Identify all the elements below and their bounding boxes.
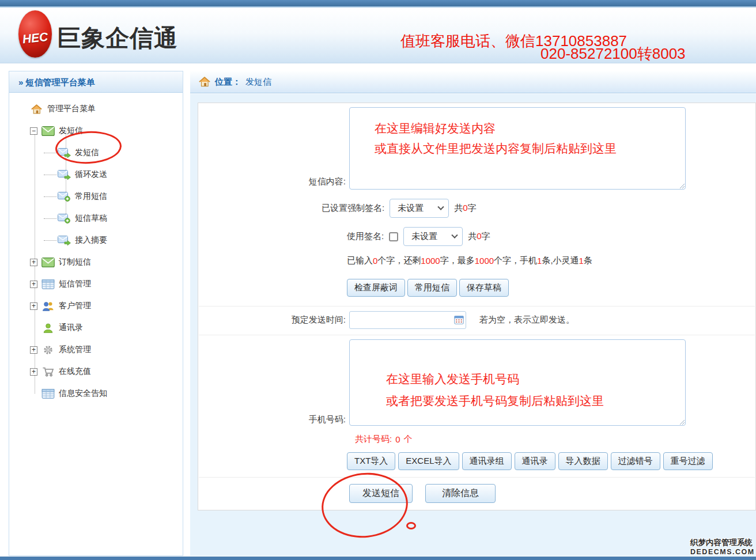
- import-过滤错号-button[interactable]: 过滤错号: [611, 452, 660, 470]
- bottom-bar: [0, 557, 756, 560]
- use-signature-row: 使用签名: 未设置 共0字: [347, 227, 490, 246]
- import-EXCEL导入-button[interactable]: EXCEL导入: [398, 452, 459, 470]
- collapse-icon[interactable]: −: [30, 127, 37, 135]
- brand-title: 巨象企信通: [57, 22, 178, 54]
- sms-content-wrap: [349, 107, 686, 190]
- phone-numbers-label: 手机号码:: [198, 414, 346, 425]
- import-TXT导入-button[interactable]: TXT导入: [347, 452, 395, 470]
- total-numbers-unit: 个: [404, 434, 413, 445]
- logo-text: HEC: [18, 29, 52, 47]
- users-icon: [41, 301, 55, 311]
- clear-info-button[interactable]: 清除信息: [425, 484, 496, 503]
- tool-buttons-row: 检查屏蔽词常用短信保存草稿: [347, 279, 509, 297]
- sidebar-item-1-发短信[interactable]: −发短信: [9, 120, 183, 142]
- sidebar-item-7-订制短信[interactable]: +订制短信: [9, 251, 183, 273]
- total-numbers-row: 共计号码: 0 个: [355, 434, 413, 445]
- calendar-icon[interactable]: [454, 315, 464, 324]
- breadcrumb: 位置： 发短信: [190, 71, 756, 93]
- divider: [199, 306, 755, 307]
- expand-icon[interactable]: +: [30, 346, 37, 354]
- forced-signature-count: 共0字: [454, 203, 476, 214]
- schedule-input[interactable]: [349, 311, 466, 329]
- divider: [199, 335, 755, 335]
- chevron-down-icon: [438, 203, 444, 210]
- sidebar-item-12-在线充值[interactable]: +在线充值: [9, 361, 183, 383]
- sidebar-item-label: 接入摘要: [75, 235, 107, 245]
- sidebar-item-label: 通讯录: [59, 323, 83, 333]
- import-通讯录组-button[interactable]: 通讯录组: [462, 452, 512, 470]
- expand-icon[interactable]: +: [30, 259, 37, 266]
- counter-number: 1: [537, 256, 542, 266]
- char-counter-text: 已输入0个字，还剩1000字，最多1000个字，手机1条,小灵通1条: [347, 255, 592, 266]
- top-bar: [0, 0, 756, 7]
- total-numbers-label: 共计号码:: [355, 434, 392, 445]
- sidebar-item-label: 短信草稿: [75, 213, 107, 224]
- sidebar-item-8-短信管理[interactable]: +短信管理: [9, 273, 183, 295]
- send-actions-row: 发送短信 清除信息: [349, 484, 496, 503]
- counter-number: 1000: [475, 256, 494, 266]
- tool-常用短信-button[interactable]: 常用短信: [407, 279, 457, 297]
- counter-text: 已输入: [347, 255, 373, 266]
- sidebar-item-label: 在线充值: [59, 366, 91, 377]
- mail-green-icon: [41, 258, 55, 267]
- sidebar-item-label: 循环发送: [75, 169, 107, 180]
- home-icon: [199, 77, 210, 87]
- schedule-hint: 若为空，表示立即发送。: [479, 315, 574, 326]
- app-window: HEC 巨象企信通 值班客服电话、微信13710853887 020-85272…: [0, 0, 756, 560]
- mail-plus-icon: [58, 192, 71, 202]
- counter-text: 条: [584, 255, 592, 266]
- sidebar-item-11-系统管理[interactable]: +系统管理: [9, 339, 183, 361]
- forced-signature-select[interactable]: 未设置: [390, 199, 449, 218]
- sidebar-item-label: 发短信: [59, 126, 83, 136]
- expand-icon[interactable]: +: [30, 302, 37, 310]
- tool-检查屏蔽词-button[interactable]: 检查屏蔽词: [347, 279, 405, 297]
- use-signature-checkbox[interactable]: [389, 232, 398, 241]
- sidebar-item-label: 客户管理: [59, 301, 91, 311]
- counter-number: 1000: [421, 256, 440, 266]
- sidebar-item-2-发短信[interactable]: 发短信: [9, 142, 183, 164]
- sidebar-item-10-通讯录[interactable]: 通讯录: [9, 317, 183, 339]
- import-重号过滤-button[interactable]: 重号过滤: [663, 452, 713, 470]
- sms-content-label: 短信内容:: [198, 176, 346, 187]
- sidebar-item-5-短信草稿[interactable]: 短信草稿: [9, 207, 183, 229]
- sidebar-item-9-客户管理[interactable]: +客户管理: [9, 295, 183, 317]
- sidebar-item-label: 系统管理: [59, 345, 91, 355]
- forced-signature-row: 已设置强制签名: 未设置 共0字: [322, 199, 477, 218]
- mail-plus-icon: [58, 214, 71, 224]
- counter-text: 个字，手机: [494, 255, 537, 266]
- sidebar-item-label: 发短信: [75, 147, 99, 158]
- table-icon: [41, 279, 55, 289]
- use-signature-count: 共0字: [468, 231, 490, 242]
- use-signature-select[interactable]: 未设置: [403, 227, 463, 246]
- mail-arrow-icon: [58, 236, 71, 245]
- watermark-line1: 织梦内容管理系统: [690, 538, 755, 548]
- import-导入数据-button[interactable]: 导入数据: [558, 452, 608, 470]
- cart-icon: [41, 367, 55, 377]
- expand-icon[interactable]: +: [30, 281, 37, 288]
- sms-content-textarea[interactable]: [349, 107, 686, 190]
- forced-signature-label: 已设置强制签名:: [322, 203, 384, 214]
- breadcrumb-label: 位置：: [215, 77, 241, 88]
- send-sms-button[interactable]: 发送短信: [349, 484, 413, 503]
- import-通讯录-button[interactable]: 通讯录: [515, 452, 555, 470]
- sidebar-item-0-管理平台菜单[interactable]: 管理平台菜单: [9, 98, 183, 120]
- sidebar-item-label: 管理平台菜单: [47, 104, 96, 114]
- tool-保存草稿-button[interactable]: 保存草稿: [459, 279, 509, 297]
- expand-icon[interactable]: +: [30, 368, 37, 376]
- hotline-line2: 020-85272100转8003: [540, 44, 686, 64]
- sidebar-item-4-常用短信[interactable]: 常用短信: [9, 186, 183, 207]
- counter-number: 0: [373, 256, 377, 266]
- sidebar-item-label: 信息安全告知: [59, 388, 107, 399]
- chevron-down-icon: [452, 232, 458, 238]
- gear-icon: [41, 345, 55, 355]
- sidebar-item-3-循环发送[interactable]: 循环发送: [9, 164, 183, 186]
- import-buttons-row: TXT导入EXCEL导入通讯录组通讯录导入数据过滤错号重号过滤: [347, 452, 713, 470]
- mail-arrow-icon: [58, 170, 71, 180]
- sidebar-item-6-接入摘要[interactable]: 接入摘要: [9, 229, 183, 251]
- sidebar-item-label: 常用短信: [75, 191, 107, 202]
- phone-numbers-textarea[interactable]: [349, 339, 686, 426]
- sidebar-item-13-信息安全告知[interactable]: 信息安全告知: [9, 383, 183, 404]
- counter-text: 个字，还剩: [377, 255, 421, 266]
- schedule-label: 预定发送时间:: [270, 315, 346, 326]
- phone-numbers-wrap: [349, 339, 686, 426]
